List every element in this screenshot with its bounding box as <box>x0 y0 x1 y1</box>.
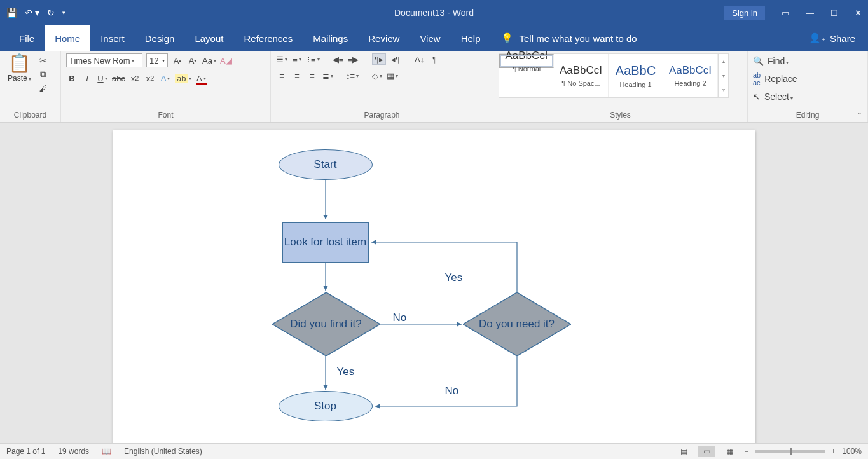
align-left-icon[interactable]: ≡ <box>276 70 287 81</box>
flowchart-decision-need[interactable]: Do you need it? <box>463 292 571 356</box>
sign-in-button[interactable]: Sign in <box>724 6 765 20</box>
flowchart-decision-find[interactable]: Did you find it? <box>272 292 380 356</box>
read-mode-icon[interactable]: ▤ <box>675 446 692 457</box>
paste-button[interactable]: 📋 Paste <box>5 53 34 84</box>
style-no-spacing[interactable]: AaBbCcI ¶ No Spac... <box>554 54 609 97</box>
decrease-indent-icon[interactable]: ◀≡ <box>333 53 344 65</box>
subscript-icon[interactable]: x2 <box>129 72 141 84</box>
align-right-icon[interactable]: ≡ <box>307 70 318 81</box>
group-label: Paragraph <box>276 109 488 121</box>
tab-design[interactable]: Design <box>135 25 185 51</box>
web-layout-icon[interactable]: ▦ <box>721 446 738 457</box>
edge-label-no: No <box>393 312 407 324</box>
collapse-ribbon-icon[interactable]: ⌃ <box>857 111 862 120</box>
styles-gallery[interactable]: AaBbCcI ¶ Normal AaBbCcI ¶ No Spac... Aa… <box>499 53 729 98</box>
proofing-icon[interactable]: 📖 <box>102 447 111 456</box>
flowchart-process[interactable]: Look for lost item <box>282 222 369 263</box>
flowchart: Start Look for lost item Did you find it… <box>279 149 736 442</box>
clear-formatting-icon[interactable]: A◢ <box>220 55 232 66</box>
statusbar: Page 1 of 1 19 words 📖 English (United S… <box>0 443 868 459</box>
page-indicator[interactable]: Page 1 of 1 <box>6 447 45 456</box>
cut-icon[interactable]: ✂ <box>38 55 49 66</box>
edge-label-yes: Yes <box>445 271 463 284</box>
tab-mailings[interactable]: Mailings <box>303 25 358 51</box>
align-center-icon[interactable]: ≡ <box>291 70 303 81</box>
numbering-icon[interactable]: ≡ <box>291 53 303 65</box>
window-title: Document13 - Word <box>394 8 474 18</box>
tab-home[interactable]: Home <box>45 25 90 51</box>
ltr-icon[interactable]: ¶▸ <box>372 53 386 65</box>
format-painter-icon[interactable]: 🖌 <box>38 83 49 94</box>
shading-icon[interactable]: ◇ <box>371 70 383 81</box>
tab-layout[interactable]: Layout <box>184 25 233 51</box>
tab-help[interactable]: Help <box>451 25 491 51</box>
zoom-out-icon[interactable]: − <box>744 447 748 456</box>
show-marks-icon[interactable]: ¶ <box>429 53 441 65</box>
zoom-level[interactable]: 100% <box>842 447 862 456</box>
style-heading-2[interactable]: AaBbCcI Heading 2 <box>663 54 718 97</box>
flowchart-stop[interactable]: Stop <box>279 391 373 421</box>
font-color-icon[interactable]: A <box>195 72 207 84</box>
undo-icon[interactable]: ↶ ▾ <box>25 8 39 18</box>
tab-review[interactable]: Review <box>358 25 410 51</box>
group-styles: AaBbCcI ¶ Normal AaBbCcI ¶ No Spac... Aa… <box>493 51 748 122</box>
superscript-icon[interactable]: x2 <box>144 72 156 84</box>
change-case-icon[interactable]: Aa <box>202 55 216 66</box>
font-name-select[interactable]: Times New Rom <box>66 53 142 67</box>
zoom-slider[interactable] <box>755 450 825 453</box>
save-icon[interactable]: 💾 <box>6 8 17 18</box>
style-heading-1[interactable]: AaBbC Heading 1 <box>609 54 663 97</box>
close-icon[interactable]: ✕ <box>855 8 862 18</box>
tab-insert[interactable]: Insert <box>90 25 135 51</box>
word-count[interactable]: 19 words <box>58 447 89 456</box>
group-clipboard: 📋 Paste ✂ ⧉ 🖌 Clipboard <box>0 51 61 122</box>
style-normal[interactable]: AaBbCcI ¶ Normal <box>499 54 554 68</box>
zoom-in-icon[interactable]: + <box>831 447 836 456</box>
group-label: Clipboard <box>5 109 55 121</box>
tab-view[interactable]: View <box>410 25 450 51</box>
maximize-icon[interactable]: ☐ <box>830 8 838 18</box>
language-indicator[interactable]: English (United States) <box>124 447 202 456</box>
borders-icon[interactable]: ▦ <box>387 70 398 81</box>
shrink-font-icon[interactable]: A▾ <box>187 55 198 66</box>
quick-access-toolbar: 💾 ↶ ▾ ↻ ▾ <box>6 8 65 18</box>
bullets-icon[interactable]: ☰ <box>276 53 287 65</box>
select-button[interactable]: ↖Select <box>753 92 793 102</box>
print-layout-icon[interactable]: ▭ <box>698 446 715 457</box>
text-effects-icon[interactable]: A <box>160 72 171 84</box>
ribbon-options-icon[interactable]: ▭ <box>782 8 789 18</box>
tab-file[interactable]: File <box>9 25 45 51</box>
styles-scroll[interactable]: ▴▾▿ <box>718 54 728 97</box>
highlight-icon[interactable]: ab <box>175 72 191 84</box>
share-button[interactable]: 👤₊ Share <box>796 25 868 51</box>
replace-button[interactable]: abacReplace <box>753 71 797 86</box>
redo-icon[interactable]: ↻ <box>47 8 55 18</box>
font-size-select[interactable]: 12▾ <box>146 53 168 67</box>
document-area[interactable]: Start Look for lost item Did you find it… <box>0 123 868 443</box>
find-icon: 🔍 <box>753 56 764 66</box>
sort-icon[interactable]: A↓ <box>414 53 425 65</box>
increase-indent-icon[interactable]: ≡▶ <box>348 53 359 65</box>
copy-icon[interactable]: ⧉ <box>38 69 49 80</box>
group-editing: 🔍Find abacReplace ↖Select Editing ⌃ <box>748 51 868 122</box>
strikethrough-icon[interactable]: abc <box>112 72 125 84</box>
minimize-icon[interactable]: — <box>806 8 814 18</box>
flowchart-start[interactable]: Start <box>279 149 373 180</box>
group-font: Times New Rom 12▾ A▴ A▾ Aa A◢ B I U abc … <box>61 51 271 122</box>
tell-me-search[interactable]: 💡 Tell me what you want to do <box>491 25 647 51</box>
find-button[interactable]: 🔍Find <box>753 56 789 66</box>
grow-font-icon[interactable]: A▴ <box>172 55 183 66</box>
multilevel-list-icon[interactable]: ⫶≡ <box>307 53 320 65</box>
italic-icon[interactable]: I <box>81 72 93 84</box>
line-spacing-icon[interactable]: ↕≡ <box>346 70 359 81</box>
tell-me-label: Tell me what you want to do <box>520 33 637 44</box>
page[interactable]: Start Look for lost item Did you find it… <box>113 130 755 443</box>
tab-references[interactable]: References <box>233 25 303 51</box>
share-label: Share <box>830 33 855 44</box>
edge-label-no: No <box>445 385 459 397</box>
justify-icon[interactable]: ≣ <box>322 70 333 81</box>
rtl-icon[interactable]: ◂¶ <box>390 53 401 65</box>
qat-dropdown-icon[interactable]: ▾ <box>62 10 65 16</box>
bold-icon[interactable]: B <box>66 72 78 84</box>
underline-icon[interactable]: U <box>97 72 108 84</box>
